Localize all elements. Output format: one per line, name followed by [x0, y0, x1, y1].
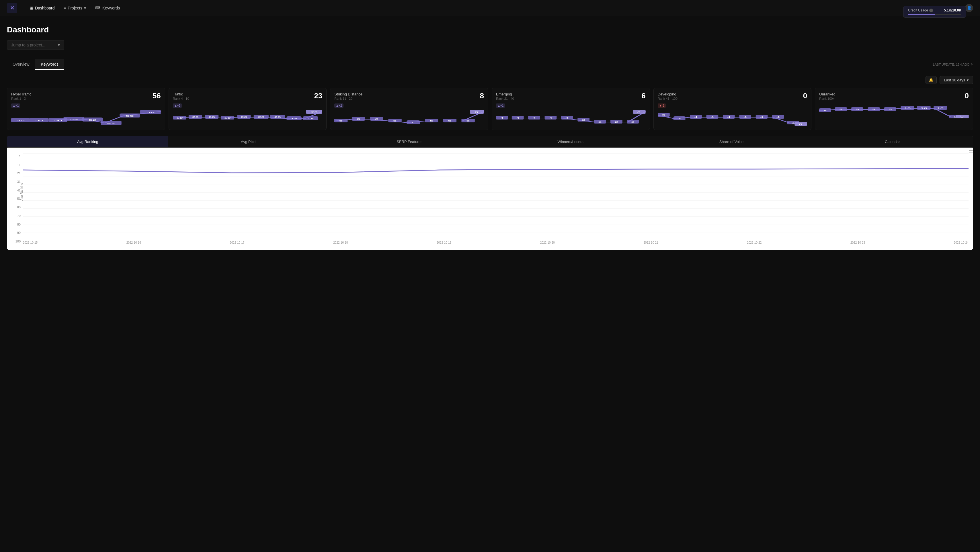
card-subtitle-sd: Rank 11 - 20 — [334, 97, 484, 100]
nav-keywords[interactable]: ⌨ Keywords — [92, 4, 123, 12]
card-change-sd: ▲+2 — [334, 103, 343, 108]
nav-dashboard[interactable]: ▦ Dashboard — [26, 4, 58, 12]
chart-tab-serp-features[interactable]: SERP Features — [329, 136, 490, 148]
svg-text:18: 18 — [307, 117, 314, 120]
svg-text:10: 10 — [904, 107, 911, 109]
svg-text:8: 8 — [824, 109, 827, 112]
project-select-dropdown[interactable]: Jump to a project... ▾ — [7, 40, 64, 50]
svg-text:20: 20 — [240, 116, 247, 118]
credit-bar — [908, 14, 961, 15]
card-subtitle-traffic: Rank 4 - 10 — [173, 97, 323, 100]
card-developing: Developing Rank 41 - 100 0 ▼-1 5 3 4 4 — [654, 88, 812, 130]
projects-icon: ≡ — [64, 6, 66, 10]
svg-text:8: 8 — [474, 111, 478, 114]
sparkline-traffic: 19 20 20 19 20 20 20 18 — [173, 110, 323, 126]
svg-text:52: 52 — [88, 119, 97, 121]
chart-wrapper: 1 11 21 31 41 51 60 70 80 90 100 — [11, 153, 969, 244]
dashboard-icon: ▦ — [30, 6, 33, 10]
main-chart-section: ☰ 1 11 21 31 41 51 60 70 80 90 — [7, 148, 973, 250]
svg-text:5: 5 — [448, 119, 452, 122]
card-number-unranked: 0 — [965, 91, 969, 100]
y-axis-labels: 1 11 21 31 41 51 60 70 80 90 100 — [11, 153, 21, 244]
svg-text:2: 2 — [615, 121, 618, 123]
chart-tab-avg-pixel[interactable]: Avg Pixel — [168, 136, 329, 148]
chart-tab-share-of-voice[interactable]: Share of Voice — [651, 136, 812, 148]
svg-text:19: 19 — [224, 117, 231, 119]
chart-tab-calendar[interactable]: Calendar — [812, 136, 973, 148]
alert-bell-button[interactable]: 🔔 — [926, 76, 937, 84]
card-striking-distance: Striking Distance Rank 11 - 20 8 ▲+2 5 6… — [330, 88, 488, 130]
svg-text:5: 5 — [430, 119, 434, 122]
credit-bar-fill — [908, 14, 935, 15]
chart-tab-winners-losers[interactable]: Winners/Losers — [490, 136, 651, 148]
svg-text:6: 6 — [357, 118, 360, 121]
sparkline-emerging: 4 4 4 4 4 3 2 2 — [496, 110, 646, 126]
logo[interactable]: ✕ — [7, 3, 17, 13]
tab-overview[interactable]: Overview — [7, 59, 35, 70]
project-select-row: Jump to a project... ▾ — [7, 40, 973, 50]
cards-section: 🔔 Last 30 days ▾ HyperTraffic Rank 1 - 3… — [7, 70, 973, 255]
card-number-traffic: 23 — [314, 91, 322, 100]
svg-text:55: 55 — [126, 115, 134, 117]
svg-text:4: 4 — [760, 116, 763, 118]
svg-text:4: 4 — [549, 117, 552, 119]
card-number-developing: 0 — [803, 91, 807, 100]
sparkline-hypertraffic: 50 50 50 53 52 42 55 56 — [11, 110, 161, 126]
card-subtitle-hypertraffic: Rank 1 - 3 — [11, 97, 161, 100]
svg-text:5: 5 — [339, 119, 343, 122]
svg-text:9: 9 — [839, 108, 843, 111]
refresh-icon[interactable]: ↻ — [970, 63, 973, 67]
date-range-button[interactable]: Last 30 days ▾ — [940, 76, 973, 84]
y-axis-label: Avg Ranking — [20, 182, 23, 200]
svg-text:53: 53 — [70, 118, 78, 121]
nav-projects[interactable]: ≡ Projects ▾ — [60, 4, 89, 12]
svg-text:4: 4 — [743, 116, 747, 118]
svg-text:6: 6 — [375, 118, 379, 121]
navbar: ✕ ▦ Dashboard ≡ Projects ▾ ⌨ Keywords 🔔 … — [0, 0, 980, 16]
svg-text:42: 42 — [107, 122, 115, 125]
card-unranked: Unranked Rank 100+ 0 8 9 9 9 — [815, 88, 973, 130]
card-subtitle-unranked: Rank 100+ — [819, 97, 969, 100]
user-avatar[interactable]: 👤 — [965, 4, 973, 12]
tab-keywords[interactable]: Keywords — [35, 59, 64, 70]
svg-text:50: 50 — [35, 119, 43, 122]
svg-text:3: 3 — [678, 117, 681, 120]
credit-usage-box: Credit Usage i 5.1K/10.0K — [903, 6, 966, 18]
main-chart-svg — [23, 153, 969, 240]
card-change-emerging: ▲+1 — [496, 103, 505, 108]
card-change-hypertraffic: ▲+1 — [11, 103, 20, 108]
card-title-traffic: Traffic — [173, 92, 323, 96]
card-subtitle-developing: Rank 41 - 100 — [658, 97, 807, 100]
credit-value: 5.1K/10.0K — [944, 8, 961, 12]
card-number-hypertraffic: 56 — [153, 91, 161, 100]
credit-label: Credit Usage i — [908, 8, 933, 12]
chart-menu-button[interactable]: ☰ — [969, 148, 973, 154]
svg-text:2: 2 — [632, 121, 635, 123]
svg-text:20: 20 — [192, 116, 199, 118]
svg-text:3: 3 — [582, 119, 585, 121]
sparkline-sd: 5 6 6 5 4 5 5 5 — [334, 110, 484, 126]
days-chevron: ▾ — [967, 78, 969, 82]
page-title: Dashboard — [7, 25, 973, 34]
card-title-developing: Developing — [658, 92, 807, 96]
card-change-traffic: ▲+3 — [173, 103, 182, 108]
svg-text:19: 19 — [176, 117, 183, 119]
svg-text:56: 56 — [146, 111, 154, 114]
nav-items: ▦ Dashboard ≡ Projects ▾ ⌨ Keywords — [26, 4, 123, 12]
svg-text:6: 6 — [637, 111, 641, 114]
chart-tab-avg-ranking[interactable]: Avg Ranking — [7, 136, 168, 148]
svg-text:4: 4 — [516, 117, 520, 119]
svg-text:9: 9 — [889, 108, 892, 111]
svg-text:23: 23 — [311, 111, 317, 114]
svg-text:20: 20 — [208, 116, 215, 118]
card-traffic: Traffic Rank 4 - 10 23 ▲+3 19 20 20 19 — [169, 88, 327, 130]
x-axis-labels: 2022-10-15 2022-10-16 2022-10-17 2022-10… — [23, 240, 969, 244]
cards-header: 🔔 Last 30 days ▾ — [7, 76, 973, 84]
card-hypertraffic: HyperTraffic Rank 1 - 3 56 ▲+1 50 50 50 — [7, 88, 165, 130]
svg-text:50: 50 — [54, 119, 62, 122]
projects-chevron: ▾ — [84, 6, 86, 10]
card-number-emerging: 6 — [641, 91, 645, 100]
svg-text:4: 4 — [565, 117, 569, 119]
svg-text:4: 4 — [533, 117, 536, 119]
logo-icon: ✕ — [7, 3, 17, 13]
